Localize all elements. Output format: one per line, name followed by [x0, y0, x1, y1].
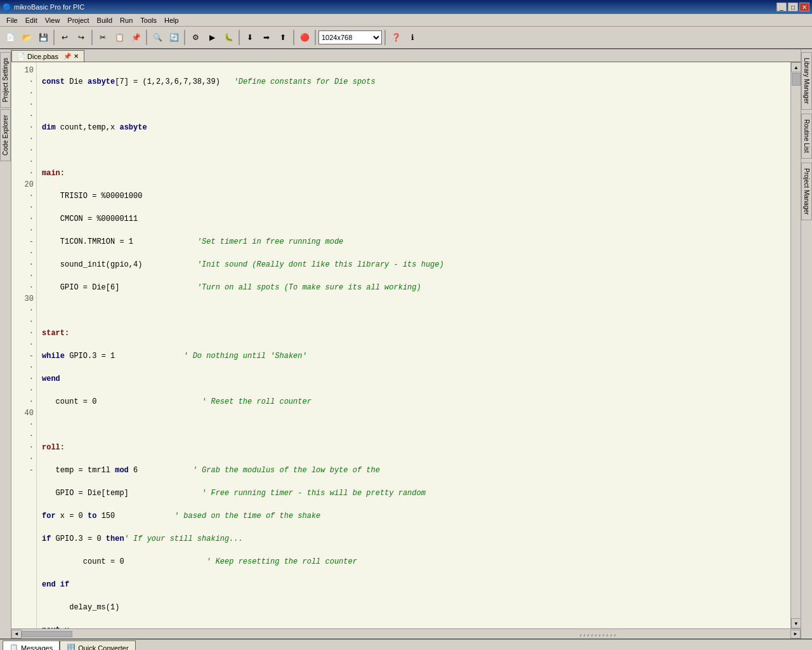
- menu-bar: File Edit View Project Build Run Tools H…: [0, 14, 812, 27]
- window-controls[interactable]: _ □ ✕: [776, 3, 809, 11]
- scroll-up-button[interactable]: ▲: [791, 62, 801, 72]
- menu-tools[interactable]: Tools: [136, 15, 160, 25]
- step-out-button[interactable]: ⬆: [275, 30, 291, 45]
- code-editor[interactable]: 10 · · · · · · · · · 20 · · · ·: [11, 62, 790, 628]
- line-num-40: 40: [11, 408, 36, 419]
- line-num-dot12: ·: [11, 213, 36, 225]
- line-num-dot18: ·: [11, 282, 36, 293]
- cut-button[interactable]: ✂: [95, 30, 110, 45]
- code-line-6: TRISIO = %00001000: [42, 190, 785, 202]
- messages-tab[interactable]: 📋 Messages: [3, 640, 60, 650]
- breakpoint-button[interactable]: 🔴: [297, 30, 312, 45]
- sep2: [91, 30, 93, 45]
- resolution-select[interactable]: 1024x768 800x600: [318, 30, 382, 44]
- maximize-button[interactable]: □: [788, 3, 798, 11]
- minimize-button[interactable]: _: [776, 3, 787, 11]
- code-explorer-tab[interactable]: Code Explorer: [0, 109, 11, 161]
- quick-converter-label: Quick Converter: [78, 644, 128, 651]
- routine-list-tab[interactable]: Routine List: [801, 114, 812, 159]
- line-num-dot31: ·: [11, 453, 36, 465]
- line-num-dot3: ·: [11, 99, 36, 110]
- menu-edit[interactable]: Edit: [22, 15, 41, 25]
- h-scroll-thumb[interactable]: [22, 631, 72, 637]
- step-over-button[interactable]: ➡: [259, 30, 274, 45]
- quick-converter-tab[interactable]: 🔢 Quick Converter: [60, 640, 135, 650]
- close-button[interactable]: ✕: [799, 3, 809, 11]
- code-line-4: [42, 145, 785, 156]
- code-line-17: roll:: [42, 442, 785, 453]
- open-button[interactable]: 📂: [19, 30, 34, 45]
- line-numbers: 10 · · · · · · · · · 20 · · · ·: [11, 62, 37, 628]
- code-line-12: start:: [42, 328, 785, 339]
- line-num-dot17: ·: [11, 270, 36, 282]
- scroll-down-button[interactable]: ▼: [791, 618, 801, 628]
- project-manager-tab[interactable]: Project Manager: [801, 162, 812, 220]
- menu-help[interactable]: Help: [160, 15, 183, 25]
- scroll-right-button[interactable]: ►: [790, 630, 801, 639]
- line-num-dot20: ·: [11, 316, 36, 328]
- file-tab-dice[interactable]: 📄 Dice.pbas 📌 ✕: [11, 50, 84, 62]
- menu-view[interactable]: View: [41, 15, 64, 25]
- scroll-left-button[interactable]: ◄: [11, 630, 22, 639]
- line-num-30: 30: [11, 293, 36, 305]
- save-button[interactable]: 💾: [36, 30, 51, 45]
- line-num-20: 20: [11, 179, 36, 190]
- paste-button[interactable]: 📌: [128, 30, 143, 45]
- code-line-10: GPIO = Die[6] 'Turn on all spots (To mak…: [42, 282, 785, 293]
- debug-button[interactable]: 🐛: [221, 30, 236, 45]
- step-into-button[interactable]: ⬇: [242, 30, 258, 45]
- sep5: [239, 30, 240, 45]
- scroll-track: [791, 72, 801, 618]
- horizontal-scrollbar[interactable]: ◄ ,,,,,,,,,, ►: [11, 628, 801, 639]
- code-line-23: end if: [42, 579, 785, 590]
- undo-button[interactable]: ↩: [57, 30, 72, 45]
- menu-build[interactable]: Build: [93, 15, 116, 25]
- file-tab-name: Dice.pbas: [27, 53, 58, 60]
- messages-icon: 📋: [10, 644, 18, 650]
- h-scroll-track: [22, 630, 406, 638]
- code-line-11: [42, 305, 785, 316]
- file-tab-icon: 📄: [17, 53, 25, 60]
- library-manager-tab[interactable]: Library Manager: [801, 52, 812, 110]
- about-button[interactable]: ℹ: [405, 30, 420, 45]
- line-num-dot19: ·: [11, 305, 36, 316]
- menu-project[interactable]: Project: [63, 15, 93, 25]
- messages-tab-label: Messages: [21, 644, 53, 651]
- menu-file[interactable]: File: [3, 15, 22, 25]
- sep1: [53, 30, 55, 45]
- line-num-dot4: ·: [11, 110, 36, 122]
- project-settings-tab[interactable]: Project Settings: [0, 52, 11, 108]
- file-tabs: 📄 Dice.pbas 📌 ✕: [11, 50, 801, 62]
- line-num-dot24: ·: [11, 362, 36, 373]
- line-num-dot14: -: [11, 236, 36, 248]
- file-tab-close[interactable]: ✕: [74, 53, 79, 60]
- build-button[interactable]: ⚙: [188, 30, 203, 45]
- code-line-14: wend: [42, 373, 785, 385]
- app-title-text: mikroBasic Pro for PIC: [14, 3, 84, 11]
- code-line-7: CMCON = %00000111: [42, 213, 785, 225]
- code-line-3: dim count,temp,x as byte: [42, 122, 785, 133]
- code-line-9: sound_init(gpio,4) 'Init sound (Really d…: [42, 259, 785, 270]
- line-num-dot27: ·: [11, 396, 36, 408]
- line-num-dot23: -: [11, 350, 36, 362]
- new-button[interactable]: 📄: [3, 30, 18, 45]
- sep7: [315, 30, 316, 45]
- search-button[interactable]: 🔍: [150, 30, 165, 45]
- run-button[interactable]: ▶: [204, 30, 219, 45]
- line-num-dot9: ·: [11, 168, 36, 179]
- replace-button[interactable]: 🔄: [166, 30, 181, 45]
- line-num-10: 10: [11, 65, 36, 76]
- menu-run[interactable]: Run: [116, 15, 136, 25]
- code-line-1: const Die as byte[7] = (1,2,3,6,7,38,39)…: [42, 76, 785, 88]
- pin-icon: 📌: [63, 53, 71, 60]
- code-content[interactable]: const Die as byte[7] = (1,2,3,6,7,38,39)…: [37, 62, 790, 628]
- code-line-21: if GPIO.3 = 0 then ' If your still shaki…: [42, 533, 785, 545]
- copy-button[interactable]: 📋: [112, 30, 127, 45]
- line-num-dot29: ·: [11, 430, 36, 442]
- help-button[interactable]: ❓: [388, 30, 403, 45]
- vertical-scrollbar[interactable]: ▲ ▼: [790, 62, 801, 628]
- redo-button[interactable]: ↪: [74, 30, 89, 45]
- scroll-thumb[interactable]: [792, 73, 801, 86]
- sep6: [293, 30, 294, 45]
- line-num-dot32: -: [11, 465, 36, 476]
